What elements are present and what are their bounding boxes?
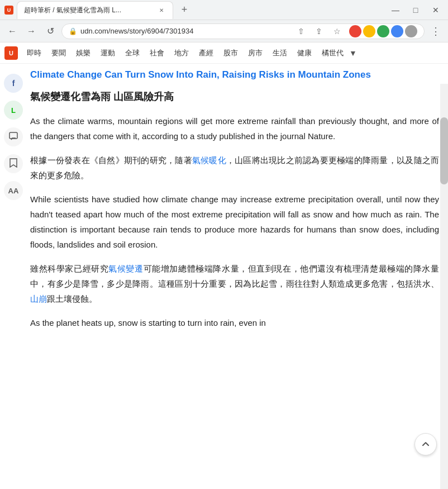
comment-button[interactable] [4, 127, 23, 146]
facebook-icon: f [12, 79, 15, 88]
back-button[interactable]: ← [4, 23, 20, 39]
font-size-button[interactable]: AA [4, 181, 23, 200]
link-climate-warming[interactable]: 氣候暖化 [192, 155, 226, 165]
nav-item-life[interactable]: 生活 [268, 46, 292, 60]
paragraph-2-chinese: 雖然科學家已經研究氣候變遷可能增加總體極端降水量，但直到現在，他們還沒有梳理清楚… [30, 261, 439, 306]
link-landslide[interactable]: 山崩 [30, 294, 47, 303]
bookmark-icon [9, 158, 17, 169]
font-size-icon: AA [8, 187, 19, 195]
title-bar: U 超時筆析 / 氣候變遷化雪為雨 L... ✕ + — □ ✕ [0, 0, 448, 20]
tab-title: 超時筆析 / 氣候變遷化雪為雨 L... [24, 6, 154, 15]
article-content: Climate Change Can Turn Snow Into Rain, … [27, 64, 448, 489]
share-icon[interactable]: ⇪ [311, 23, 327, 39]
facebook-share-button[interactable]: f [4, 74, 23, 93]
paragraph-1-chinese: 根據一份發表在《自然》期刊的研究，隨著氣候暖化，山區將出現比之前認為要更極端的降… [30, 153, 439, 183]
nav-item-realestate[interactable]: 房市 [244, 46, 267, 60]
window-controls: — □ ✕ [388, 2, 444, 18]
scrollbar-thumb[interactable] [440, 117, 448, 184]
favicon-label: U [7, 7, 11, 13]
paragraph-2-english: While scientists have studied how climat… [30, 192, 439, 252]
nav-more-button[interactable]: ▼ [349, 49, 357, 58]
line-icon: L [11, 106, 16, 115]
browser-favicon: U [4, 6, 13, 15]
nav-item-economy[interactable]: 產經 [194, 46, 218, 60]
minimize-button[interactable]: — [388, 2, 403, 18]
nav-item-local[interactable]: 地方 [170, 46, 193, 60]
comment-icon [9, 132, 18, 143]
tab-close-button[interactable]: ✕ [157, 6, 166, 15]
social-sidebar: f L AA [0, 64, 27, 489]
url-bar[interactable]: 🔒 udn.com/news/story/6904/7301934 ⇧ ⇪ ☆ [61, 23, 425, 39]
nav-item-sports[interactable]: 運動 [96, 46, 120, 60]
article-title-english: Climate Change Can Turn Snow Into Rain, … [30, 68, 439, 82]
paragraph-3-start: As the planet heats up, snow is starting… [30, 315, 439, 330]
browser-tab[interactable]: 超時筆析 / 氣候變遷化雪為雨 L... ✕ [17, 1, 173, 19]
reload-button[interactable]: ↺ [42, 23, 58, 39]
close-button[interactable]: ✕ [428, 2, 444, 18]
nav-item-health[interactable]: 健康 [293, 46, 316, 60]
maximize-button[interactable]: □ [408, 2, 423, 18]
site-navbar: U 即時 要聞 娛樂 運動 全球 社會 地方 產經 股市 房市 生活 健康 橘世… [0, 42, 448, 64]
cast-icon[interactable]: ⇧ [293, 23, 309, 39]
line-share-button[interactable]: L [4, 101, 23, 120]
nav-item-society[interactable]: 社會 [145, 46, 169, 60]
nav-item-global[interactable]: 全球 [121, 46, 144, 60]
scrollbar-track [440, 84, 448, 489]
nav-item-news[interactable]: 要聞 [47, 46, 70, 60]
content-area: f L AA Climate Change Can Turn S [0, 64, 448, 489]
paragraph-1-english: As the climate warms, mountain regions w… [30, 113, 439, 144]
forward-button[interactable]: → [23, 23, 39, 39]
nav-item-entertainment[interactable]: 娛樂 [72, 46, 95, 60]
bookmark-button[interactable] [4, 154, 23, 173]
link-climate-change[interactable]: 氣候變遷 [108, 264, 143, 273]
nav-item-stocks[interactable]: 股市 [219, 46, 242, 60]
address-actions: ⇧ ⇪ ☆ [293, 23, 417, 39]
nav-item-breaking[interactable]: 即時 [22, 46, 46, 60]
address-bar: ← → ↺ 🔒 udn.com/news/story/6904/7301934 … [0, 20, 448, 42]
url-text: udn.com/news/story/6904/7301934 [80, 27, 290, 35]
nav-item-orange[interactable]: 橘世代 [317, 46, 348, 60]
scroll-up-button[interactable] [414, 433, 437, 455]
new-tab-button[interactable]: + [177, 2, 192, 18]
browser-menu-button[interactable]: ⋮ [428, 23, 444, 39]
lock-icon: 🔒 [69, 27, 77, 35]
bookmark-star-icon[interactable]: ☆ [329, 23, 345, 39]
site-logo[interactable]: U [4, 46, 18, 60]
article-title-chinese: 氣候變遷化雪為雨 山區風險升高 [30, 88, 439, 106]
